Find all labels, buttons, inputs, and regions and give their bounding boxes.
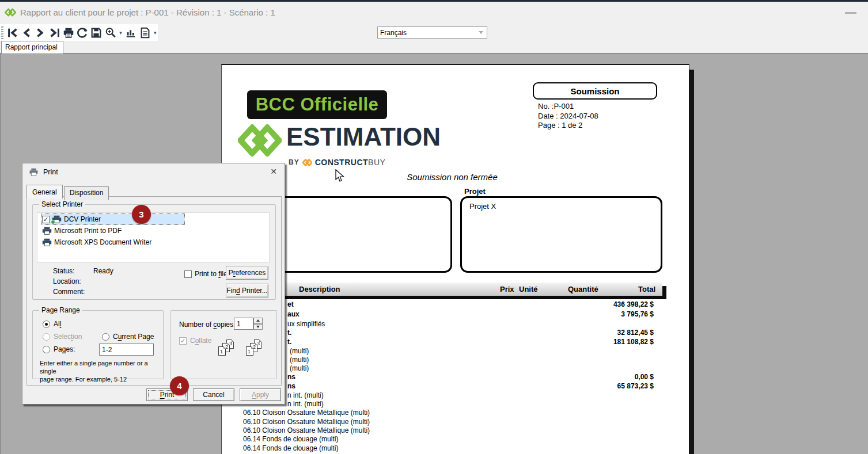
printer-icon <box>42 238 52 246</box>
previous-page-icon <box>20 26 33 39</box>
preferences-button[interactable]: Preferences <box>226 266 268 280</box>
printer-list-item[interactable]: Microsoft XPS Document Writer <box>42 237 151 247</box>
page-setup-icon <box>139 26 151 39</box>
tab-disposition[interactable]: Disposition <box>64 186 109 200</box>
radio-current-page[interactable]: Current Page <box>102 333 154 341</box>
printer-icon <box>52 215 62 223</box>
previous-page-button[interactable] <box>20 26 33 40</box>
last-page-icon <box>48 26 61 39</box>
title-bar: Rapport au client pour le projet : P-001… <box>0 2 868 23</box>
page-range-help: Enter either a single page number or a s… <box>40 359 163 383</box>
printer-list-item[interactable]: Microsoft Print to PDF <box>42 226 122 236</box>
language-select[interactable]: Français <box>377 26 487 39</box>
select-printer-legend: Select Printer <box>39 200 85 208</box>
report-page: BCC Officielle ESTIMATION BY CONSTRUCTBU… <box>221 64 689 454</box>
printer-list: ✓ DCV Printer <box>37 212 270 263</box>
cancel-button[interactable]: Cancel <box>193 388 234 401</box>
close-icon[interactable]: ✕ <box>268 166 279 177</box>
printer-ready-status-icon <box>51 220 55 224</box>
page-range-legend: Page Range <box>39 306 82 314</box>
location-label: Location: <box>53 277 81 285</box>
tab-general[interactable]: General <box>26 185 63 199</box>
stepper-down-icon[interactable] <box>253 324 263 330</box>
dialog-printer-icon <box>29 168 39 176</box>
chart-button[interactable] <box>124 26 137 40</box>
first-page-button[interactable] <box>6 26 19 40</box>
print-icon <box>62 26 75 39</box>
copies-group: Number of copies: ✓ Collate 3 2 1 3 2 1 <box>170 310 277 379</box>
status-value: Ready <box>93 267 113 275</box>
zoom-dropdown-caret[interactable]: ▾ <box>118 30 123 36</box>
table-rows: et 436 398,22 $ aux 3 795,76 $ ux simpli… <box>222 65 689 454</box>
radio-pages-label: Pages: <box>54 345 75 353</box>
radio-selection-label: Selection <box>54 333 82 341</box>
window-title: Rapport au client pour le projet : P-001… <box>20 7 275 17</box>
page-setup-dropdown-caret[interactable]: ▾ <box>153 30 158 36</box>
table-row: (multi) <box>222 364 689 373</box>
table-row: 06.10 Cloison Ossature Métallique (multi… <box>222 426 689 435</box>
row-total: 436 398,22 $ <box>613 300 654 308</box>
radio-icon <box>43 333 50 341</box>
toolbar-grip[interactable] <box>1 26 3 39</box>
toolbar: ▾ ▾ Français <box>0 24 868 41</box>
print-to-file-checkbox[interactable]: Print to file <box>184 270 228 278</box>
row-total: 0,00 $ <box>635 373 654 381</box>
tab-bar: Rapport principal <box>0 41 868 54</box>
radio-all-label: All <box>54 320 61 328</box>
table-row: et 436 398,22 $ <box>222 300 689 309</box>
row-total: 65 873,23 $ <box>617 382 654 390</box>
printer-list-item[interactable]: ✓ DCV Printer <box>42 214 184 224</box>
print-button[interactable] <box>62 26 75 40</box>
print-dialog-tabs: General Disposition <box>26 185 110 199</box>
stepper-up-icon[interactable] <box>253 318 263 324</box>
table-row: 06.10 Cloison Ossature Métallique (multi… <box>222 409 689 417</box>
radio-selection: Selection <box>43 333 82 341</box>
radio-icon[interactable] <box>43 321 50 328</box>
copies-input[interactable] <box>234 318 253 330</box>
collate-checkbox: ✓ Collate <box>179 337 211 345</box>
table-row: aux 3 795,76 $ <box>222 310 689 319</box>
step-badge-4: 4 <box>170 376 189 395</box>
last-page-button[interactable] <box>48 26 61 40</box>
printer-name: Microsoft Print to PDF <box>54 227 122 235</box>
refresh-button[interactable] <box>76 26 89 40</box>
number-of-copies-label: Number of copies: <box>179 321 235 329</box>
page-setup-button[interactable] <box>138 26 151 40</box>
pages-range-input[interactable] <box>99 344 154 356</box>
find-printer-button[interactable]: Find Printer... <box>226 284 268 297</box>
zoom-button[interactable] <box>104 26 117 40</box>
printer-checkbox[interactable]: ✓ <box>42 216 50 223</box>
table-row: t. 32 812,45 $ <box>222 329 689 337</box>
refresh-icon <box>76 26 89 39</box>
next-page-button[interactable] <box>34 26 47 40</box>
app-window: Rapport au client pour le projet : P-001… <box>0 0 868 454</box>
print-dialog-title: Print <box>43 168 58 176</box>
table-row: 06.14 Fonds de clouage (multi) <box>222 444 689 453</box>
radio-current-page-label: Current Page <box>113 333 154 341</box>
save-button[interactable] <box>90 26 103 40</box>
row-total: 32 812,45 $ <box>617 329 654 337</box>
page-range-group: Page Range All Selection Current Page Pa… <box>32 310 164 379</box>
table-row: ns 0,00 $ <box>222 373 689 381</box>
apply-button: Apply <box>240 388 281 401</box>
mouse-cursor <box>335 169 346 183</box>
table-row: 06.10 Cloison Ossature Métallique (multi… <box>222 418 689 426</box>
table-row: (multi) <box>222 356 689 364</box>
table-row: ux simplifiés <box>222 320 689 329</box>
toolbar-strip: ▾ ▾ <box>0 24 158 41</box>
next-page-icon <box>34 26 47 39</box>
table-row: (multi) <box>222 347 689 356</box>
table-row: 06.14 Fonds de clouage (multi) <box>222 435 689 444</box>
radio-icon[interactable] <box>102 333 109 341</box>
tab-rapport-principal[interactable]: Rapport principal <box>1 41 63 54</box>
table-row: t. 181 108,82 $ <box>222 338 689 346</box>
step-badge-3: 3 <box>132 205 151 224</box>
minimize-button[interactable] <box>845 12 856 14</box>
checkbox-icon[interactable] <box>184 270 192 278</box>
radio-icon[interactable] <box>43 346 50 353</box>
radio-pages[interactable]: Pages: <box>43 345 75 353</box>
radio-all[interactable]: All <box>43 320 61 328</box>
printer-icon <box>42 227 52 235</box>
printer-name: DCV Printer <box>64 215 101 223</box>
copies-stepper[interactable] <box>253 318 263 330</box>
